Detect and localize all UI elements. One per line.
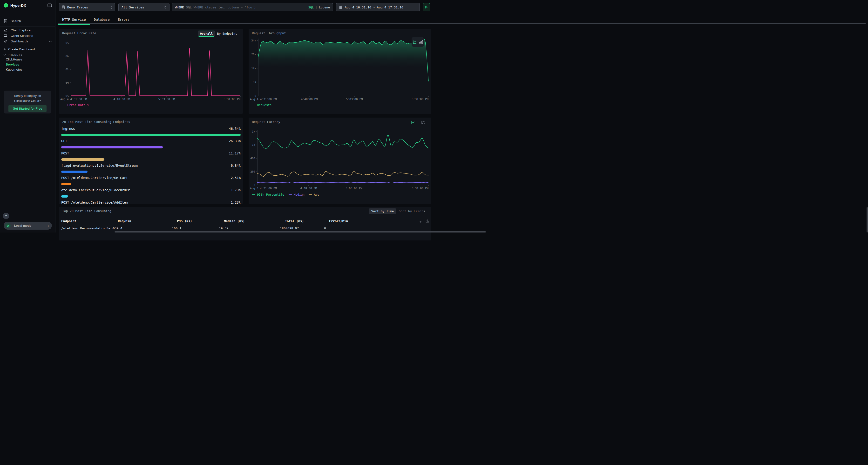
create-dashboard-button[interactable]: Create Dashboard	[0, 47, 55, 52]
chevron-right-icon: ›	[48, 224, 49, 228]
table-cell: 166.1	[172, 227, 219, 230]
line-chart-icon[interactable]	[411, 121, 415, 125]
promo-line2: ClickHouse Cloud?	[6, 98, 49, 103]
get-started-button[interactable]: Get Started for Free	[8, 105, 46, 112]
endpoint-bar-item[interactable]: flagd.evaluation.v1.Service/EventStream6…	[61, 163, 241, 173]
panel-title: Request Latency	[252, 120, 280, 124]
column-header[interactable]: ⋮P95 (ms)	[172, 219, 219, 223]
table-row[interactable]: /oteldemo.RecommendationServ639.4166.119…	[59, 225, 431, 232]
sort-by-errors-button[interactable]: Sort by Errors	[397, 208, 427, 214]
presets-section-toggle[interactable]: PRESETS	[0, 53, 55, 57]
y-axis-tick-label: 0	[254, 94, 256, 98]
throughput-chart[interactable]: 09k17k26k34kAug 4 4:31:00 PM4:48:00 PM5:…	[249, 38, 431, 103]
app-title: HyperDX	[10, 3, 48, 7]
endpoint-percent: 26.33%	[229, 139, 241, 143]
laptop-icon	[3, 34, 8, 38]
endpoint-bar	[61, 171, 88, 173]
endpoint-percent: 2.51%	[231, 176, 241, 180]
request-throughput-panel: Request Throughput 09k17k26k34kAug 4 4:3…	[249, 29, 431, 114]
line-chart-icon[interactable]	[413, 40, 417, 44]
source-select-value: Demo Traces	[67, 5, 108, 9]
endpoint-bar-item[interactable]: oteldemo.CheckoutService/PlaceOrder1.73%	[61, 188, 241, 198]
tab-database[interactable]: Database	[90, 15, 114, 24]
column-header[interactable]: ⋮Req/Min	[113, 219, 172, 223]
endpoint-bar-item[interactable]: ingress46.54%	[61, 126, 241, 136]
latency-chart[interactable]: 02004001k1kAug 4 4:31:00 PM4:48:00 PM5:0…	[249, 127, 431, 193]
lucene-mode-toggle[interactable]: Lucene	[319, 5, 330, 9]
user-mode-label: Local mode	[14, 224, 48, 227]
series-avg	[257, 171, 429, 176]
table-cell: /oteldemo.RecommendationServ	[61, 227, 113, 230]
sidebar-item-services[interactable]: Services	[0, 62, 55, 67]
select-chevrons-icon	[111, 6, 113, 9]
journal-icon	[3, 19, 8, 23]
horizontal-scrollbar[interactable]	[115, 231, 434, 232]
sidebar-item-kubernetes[interactable]: Kubernetes	[0, 67, 55, 72]
tab-http-service[interactable]: HTTP Service	[58, 15, 90, 24]
sidebar-collapse-icon[interactable]	[48, 3, 52, 7]
histogram-icon[interactable]	[421, 121, 426, 125]
sidebar-item-clickhouse[interactable]: ClickHouse	[0, 57, 55, 62]
endpoint-bar	[61, 146, 163, 148]
presets-label: PRESETS	[8, 53, 23, 56]
panel-title: Request Error Rate	[62, 31, 96, 35]
y-axis-tick-label: 0%	[66, 55, 69, 58]
column-header[interactable]: Endpoint	[61, 219, 113, 223]
where-badge: WHERE	[175, 5, 184, 9]
endpoint-bar-item[interactable]: POST /oteldemo.CartService/GetCart2.51%	[61, 175, 241, 185]
legend-item[interactable]: Avg	[309, 193, 319, 196]
create-dashboard-label: Create Dashboard	[8, 47, 35, 51]
column-header[interactable]: ⋮Errors/Min	[324, 219, 429, 223]
line-chart-icon	[3, 28, 8, 33]
top-time-consuming-table-panel: Top 20 Most Time Consuming Sort by Time …	[59, 207, 431, 232]
sidebar-item-search[interactable]: Search	[0, 18, 55, 25]
download-icon[interactable]	[426, 219, 429, 223]
sort-by-time-button[interactable]: Sort by Time	[369, 208, 396, 214]
user-menu[interactable]: U Local mode ›	[4, 222, 52, 230]
overall-toggle-button[interactable]: Overall	[198, 31, 215, 37]
run-query-button[interactable]	[423, 3, 430, 11]
time-range-picker[interactable]: Aug 4 16:31:16 - Aug 4 17:31:16	[336, 3, 420, 11]
chart-type-toolbar	[411, 37, 424, 47]
x-axis-tick-label: 4:48:00 PM	[113, 98, 130, 101]
wrap-rows-icon[interactable]	[418, 219, 423, 223]
tab-errors[interactable]: Errors	[114, 15, 134, 24]
x-axis-tick-label: 5:31:00 PM	[412, 187, 429, 190]
y-axis-tick-label: 34k	[251, 39, 256, 42]
legend-item[interactable]: Error Rate %	[62, 103, 89, 107]
legend-item[interactable]: Median	[289, 193, 305, 196]
x-axis-tick-label: 4:48:00 PM	[300, 187, 317, 190]
table-cell: 19.37	[219, 227, 280, 230]
sidebar-item-chart-explorer[interactable]: Chart Explorer	[0, 28, 55, 33]
endpoint-percent: 6.84%	[231, 164, 241, 167]
y-axis-tick-label: 1k	[252, 130, 255, 133]
endpoint-percent: 46.54%	[229, 127, 241, 131]
y-axis-tick-label: 17k	[251, 67, 256, 70]
legend-item[interactable]: Requests	[252, 103, 272, 107]
preset-label: Services	[6, 63, 19, 66]
y-axis-tick-label: 0%	[66, 81, 69, 84]
endpoint-label: GET	[61, 139, 67, 143]
x-axis-tick-label: Aug 4 4:31:00 PM	[60, 98, 87, 101]
endpoint-bar-item[interactable]: GET26.33%	[61, 138, 241, 148]
x-axis-tick-label: 5:31:00 PM	[224, 98, 240, 101]
source-select[interactable]: Demo Traces	[59, 3, 115, 11]
service-select[interactable]: All Services	[118, 3, 169, 11]
endpoint-bar	[61, 183, 71, 185]
endpoint-bar-item[interactable]: POST11.17%	[61, 151, 241, 161]
legend-item[interactable]: 95th Percentile	[252, 193, 284, 196]
help-button[interactable]: ?	[3, 213, 9, 219]
sidebar-item-label: Chart Explorer	[10, 28, 32, 32]
bar-chart-icon[interactable]	[419, 40, 423, 44]
sql-mode-toggle[interactable]: SQL	[308, 5, 314, 9]
column-header[interactable]: ⋮Total (ms)	[280, 219, 324, 223]
column-header[interactable]: ⋮Median (ms)	[219, 219, 280, 223]
search-input[interactable]	[186, 5, 308, 9]
panel-title: Request Throughput	[252, 31, 286, 35]
sidebar-item-dashboards[interactable]: Dashboards	[0, 38, 55, 44]
mode-separator: |	[315, 5, 317, 9]
endpoint-bar-item[interactable]: POST /oteldemo.CartService/AddItem1.23%	[61, 200, 241, 204]
by-endpoint-toggle-button[interactable]: By Endpoint	[215, 31, 239, 36]
sidebar-item-client-sessions[interactable]: Client Sessions	[0, 33, 55, 38]
error-rate-chart[interactable]: 0%0%0%0%0%Aug 4 4:31:00 PM4:48:00 PM5:03…	[59, 38, 243, 103]
